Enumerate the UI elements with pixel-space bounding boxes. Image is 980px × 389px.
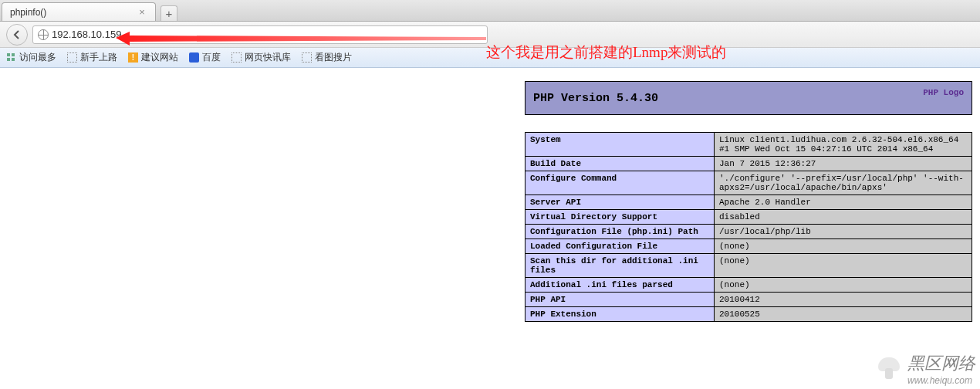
svg-rect-1 <box>7 53 10 56</box>
bookmark-image-search[interactable]: 看图搜片 <box>302 51 352 64</box>
table-row: PHP Extension20100525 <box>525 307 972 322</box>
warning-icon: ! <box>128 52 138 63</box>
table-row: Loaded Configuration File(none) <box>525 239 972 254</box>
info-key: Build Date <box>525 157 715 171</box>
table-row: Virtual Directory Supportdisabled <box>525 210 972 225</box>
info-key: PHP API <box>525 293 715 307</box>
php-logo: PHP Logo <box>923 88 964 97</box>
watermark-url: www.heiqu.com <box>907 375 975 386</box>
info-value: 20100525 <box>715 307 972 322</box>
watermark-brand: 黑区网络 <box>907 352 975 375</box>
bookmark-baidu[interactable]: 百度 <box>189 51 221 64</box>
table-row: Server APIApache 2.0 Handler <box>525 195 972 210</box>
info-value: (none) <box>715 239 972 254</box>
watermark: 黑区网络 www.heiqu.com <box>875 352 975 386</box>
info-key: Server API <box>525 195 715 210</box>
bookmark-label: 新手上路 <box>80 51 117 64</box>
annotation-text: 这个我是用之前搭建的Lnmp来测试的 <box>486 42 726 63</box>
tab-title: phpinfo() <box>10 7 46 18</box>
back-button[interactable] <box>6 24 28 46</box>
info-value: Apache 2.0 Handler <box>715 195 972 210</box>
php-header: PHP Version 5.4.30 PHP Logo <box>525 81 972 115</box>
info-value: (none) <box>715 254 972 278</box>
table-row: Configure Command'./configure' '--prefix… <box>525 171 972 195</box>
phpinfo-content: PHP Version 5.4.30 PHP Logo SystemLinux … <box>525 81 972 322</box>
bookmark-suggested[interactable]: ! 建议网站 <box>128 51 178 64</box>
svg-rect-4 <box>12 58 15 61</box>
arrow-left-icon <box>12 29 22 40</box>
bookmark-label: 建议网站 <box>141 51 178 64</box>
svg-rect-2 <box>12 53 15 56</box>
browser-tab[interactable]: phpinfo() × <box>2 2 156 21</box>
close-icon[interactable]: × <box>137 7 147 18</box>
baidu-icon <box>189 52 199 63</box>
info-value: Linux client1.ludihua.com 2.6.32-504.el6… <box>715 133 972 157</box>
info-value: Jan 7 2015 12:36:27 <box>715 157 972 171</box>
info-key: Configure Command <box>525 171 715 195</box>
table-row: SystemLinux client1.ludihua.com 2.6.32-5… <box>525 133 972 157</box>
bookmark-label: 网页快讯库 <box>245 51 291 64</box>
bookmark-label: 百度 <box>202 51 221 64</box>
table-row: Build DateJan 7 2015 12:36:27 <box>525 157 972 171</box>
bookmark-label: 访问最多 <box>19 51 56 64</box>
globe-icon <box>38 29 49 40</box>
table-row: Scan this dir for additional .ini files(… <box>525 254 972 278</box>
square-icon <box>302 52 312 63</box>
bookmark-label: 看图搜片 <box>315 51 352 64</box>
bookmark-most-visited[interactable]: 访问最多 <box>6 51 56 64</box>
mushroom-icon <box>875 357 903 381</box>
php-version: PHP Version 5.4.30 <box>533 92 658 105</box>
info-key: Additional .ini files parsed <box>525 278 715 293</box>
grid-icon <box>6 52 16 63</box>
info-key: Configuration File (php.ini) Path <box>525 225 715 239</box>
info-key: Scan this dir for additional .ini files <box>525 254 715 278</box>
table-row: Additional .ini files parsed(none) <box>525 278 972 293</box>
table-row: PHP API20100412 <box>525 293 972 307</box>
bookmark-getting-started[interactable]: 新手上路 <box>67 51 117 64</box>
bookmark-news[interactable]: 网页快讯库 <box>231 51 291 64</box>
svg-rect-3 <box>7 58 10 61</box>
info-value: disabled <box>715 210 972 225</box>
php-info-table: SystemLinux client1.ludihua.com 2.6.32-5… <box>525 132 972 322</box>
table-row: Configuration File (php.ini) Path/usr/lo… <box>525 225 972 239</box>
url-input[interactable]: 192.168.10.159 <box>32 25 488 44</box>
url-text: 192.168.10.159 <box>52 29 121 40</box>
info-key: System <box>525 133 715 157</box>
info-key: Virtual Directory Support <box>525 210 715 225</box>
info-value: './configure' '--prefix=/usr/local/php' … <box>715 171 972 195</box>
info-key: PHP Extension <box>525 307 715 322</box>
square-icon <box>67 52 77 63</box>
tab-bar: phpinfo() × + <box>0 0 980 22</box>
info-value: /usr/local/php/lib <box>715 225 972 239</box>
info-value: 20100412 <box>715 293 972 307</box>
info-value: (none) <box>715 278 972 293</box>
square-icon <box>231 52 242 63</box>
new-tab-button[interactable]: + <box>161 5 177 21</box>
info-key: Loaded Configuration File <box>525 239 715 254</box>
